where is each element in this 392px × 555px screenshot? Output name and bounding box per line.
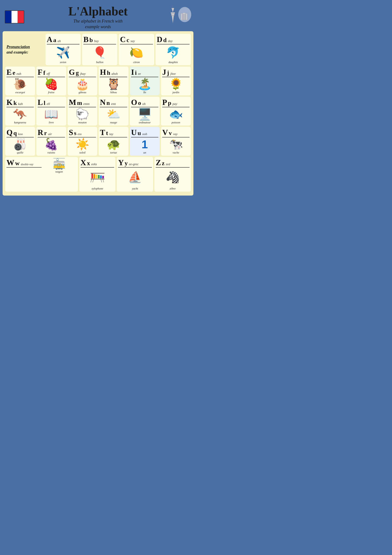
page-title: L'Alphabet: [68, 5, 128, 18]
svg-line-11: [93, 178, 94, 182]
letter-cell-V: Vv vay 🐄 vache: [161, 127, 191, 156]
letter-cell-X: Xx eeks: [79, 157, 116, 192]
page-container: L'Alphabet The alphabet in French with e…: [0, 0, 196, 198]
header-right-icons: [165, 3, 191, 26]
letter-cell-A: Aa ah ✈️ avion: [45, 34, 81, 65]
alphabet-grid: Pronunciation and example: Aa ah ✈️ avio…: [3, 31, 193, 196]
letter-cell-I: Ii ee 🏝️ île: [130, 66, 160, 95]
svg-rect-15: [96, 175, 98, 178]
header: L'Alphabet The alphabet in French with e…: [3, 3, 193, 31]
svg-line-12: [100, 178, 102, 182]
svg-rect-18: [102, 176, 104, 178]
svg-rect-16: [98, 175, 100, 178]
letter-cell-W: Ww dooble-vay 🚋 wagon: [5, 157, 78, 192]
svg-rect-8: [184, 14, 186, 20]
row-4: Qq koo 🎳 quille Rr air 🍇 raisins: [5, 127, 191, 156]
letter-cell-Y: Yy ee-grec ⛵ yacht: [117, 157, 153, 192]
row-3: Kk kah 🦘 kangourou Ll ell 📖 livre: [5, 97, 191, 125]
paris-landmarks-icon: [165, 3, 191, 26]
letter-cell-G: Gg jhay 🎂 gâteau: [68, 66, 98, 95]
letter-cell-S: Ss ess ☀️ soleil: [68, 127, 98, 156]
letter-cell-T: Tt tay 🐢 tortue: [99, 127, 128, 156]
svg-marker-1: [171, 12, 175, 23]
pronunciation-header: Pronunciation and example:: [5, 34, 44, 65]
letter-cell-M: Mm emm 🐑 mouton: [68, 97, 98, 125]
letter-cell-O: Oo oh 🖥️ ordinateur: [130, 97, 160, 125]
letter-cell-H: Hh ahsh 🦉 hibou: [99, 66, 128, 95]
letter-cell-L: Ll ell 📖 livre: [36, 97, 66, 125]
svg-rect-13: [91, 174, 93, 178]
letter-cell-Q: Qq koo 🎳 quille: [5, 127, 35, 156]
svg-rect-17: [100, 175, 102, 178]
letter-cell-J: Jj jhee 🌻 jardin: [161, 66, 191, 95]
letter-cell-K: Kk kah 🦘 kangourou: [5, 97, 35, 125]
xylophone-icon: [90, 171, 105, 183]
pronunciation-label: Pronunciation and example:: [7, 44, 30, 55]
svg-rect-7: [182, 14, 184, 20]
row-5: Ww dooble-vay 🚋 wagon Xx eeks: [5, 157, 191, 192]
flag-red-stripe: [18, 11, 24, 23]
row-1: Pronunciation and example: Aa ah ✈️ avio…: [5, 34, 191, 65]
letter-cell-R: Rr air 🍇 raisins: [36, 127, 66, 156]
letter-cell-F: Ff eff 🍓 fraise: [36, 66, 66, 95]
svg-marker-2: [171, 8, 174, 12]
letter-cell-P: Pp pay 🐟 poisson: [161, 97, 191, 125]
letter-cell-B: Bb bay 🎈 ballon: [82, 34, 117, 65]
row-2: Ee euh 🐌 escargot Ff eff 🍓 fraise: [5, 66, 191, 95]
flag-white-stripe: [12, 11, 18, 23]
letter-cell-C: Cc say 🍋 citron: [119, 34, 154, 65]
letter-cell-U: Uu ooh 1 un: [130, 127, 160, 156]
letter-cell-E: Ee euh 🐌 escargot: [5, 66, 35, 95]
svg-rect-6: [181, 14, 187, 20]
french-flag: [5, 10, 24, 23]
svg-rect-14: [93, 174, 95, 178]
letter-cell-D: Dd day 🐬 dauphin: [156, 34, 191, 65]
header-center: L'Alphabet The alphabet in French with e…: [68, 5, 128, 29]
page-subtitle: The alphabet in French with example word…: [68, 18, 128, 29]
flag-blue-stripe: [5, 11, 12, 23]
letter-cell-Z: Zz zed 🦓 zèbre: [154, 157, 191, 192]
flag-container: [5, 10, 24, 23]
letter-cell-N: Nn enn ⛅ nuage: [99, 97, 128, 125]
